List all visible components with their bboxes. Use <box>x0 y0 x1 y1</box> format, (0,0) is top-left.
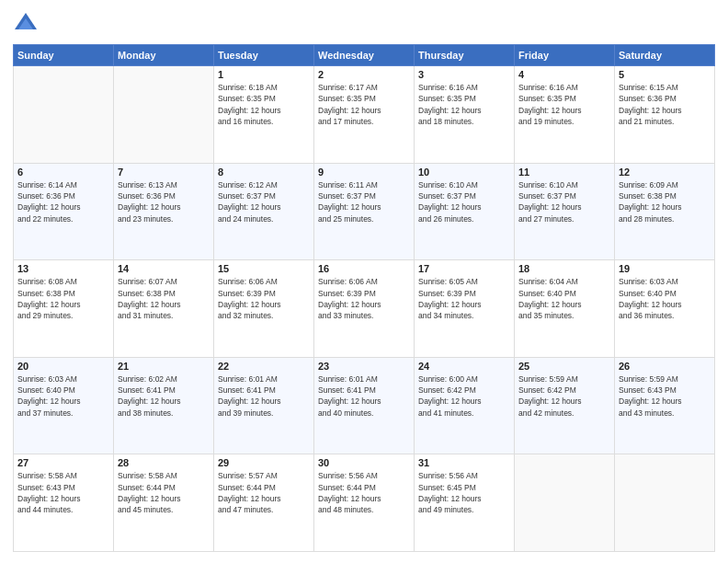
calendar-cell: 1Sunrise: 6:18 AM Sunset: 6:35 PM Daylig… <box>214 66 314 164</box>
calendar-day-header: Tuesday <box>214 45 314 66</box>
day-number: 6 <box>17 167 109 178</box>
cell-content: Sunrise: 6:11 AM Sunset: 6:37 PM Dayligh… <box>318 179 410 224</box>
calendar-cell: 31Sunrise: 5:56 AM Sunset: 6:45 PM Dayli… <box>415 454 515 552</box>
calendar-day-header: Friday <box>515 45 615 66</box>
day-number: 3 <box>418 69 510 80</box>
calendar-cell: 9Sunrise: 6:11 AM Sunset: 6:37 PM Daylig… <box>314 163 415 260</box>
cell-content: Sunrise: 5:58 AM Sunset: 6:43 PM Dayligh… <box>17 470 109 515</box>
calendar-cell: 8Sunrise: 6:12 AM Sunset: 6:37 PM Daylig… <box>214 163 314 260</box>
day-number: 2 <box>318 69 410 80</box>
day-number: 30 <box>318 457 410 468</box>
day-number: 10 <box>418 167 510 178</box>
day-number: 8 <box>218 167 310 178</box>
day-number: 16 <box>318 263 410 274</box>
cell-content: Sunrise: 5:56 AM Sunset: 6:45 PM Dayligh… <box>418 470 510 515</box>
calendar-cell: 30Sunrise: 5:56 AM Sunset: 6:44 PM Dayli… <box>314 454 415 552</box>
day-number: 15 <box>218 263 310 274</box>
cell-content: Sunrise: 6:14 AM Sunset: 6:36 PM Dayligh… <box>17 179 109 224</box>
day-number: 17 <box>418 263 510 274</box>
day-number: 11 <box>518 167 610 178</box>
calendar-cell <box>114 66 214 164</box>
calendar-cell: 29Sunrise: 5:57 AM Sunset: 6:44 PM Dayli… <box>214 454 314 552</box>
calendar-cell: 24Sunrise: 6:00 AM Sunset: 6:42 PM Dayli… <box>415 357 515 454</box>
calendar-cell: 23Sunrise: 6:01 AM Sunset: 6:41 PM Dayli… <box>314 357 415 454</box>
cell-content: Sunrise: 6:01 AM Sunset: 6:41 PM Dayligh… <box>318 373 410 419</box>
calendar-cell: 2Sunrise: 6:17 AM Sunset: 6:35 PM Daylig… <box>314 66 415 164</box>
calendar-cell: 5Sunrise: 6:15 AM Sunset: 6:36 PM Daylig… <box>615 66 715 164</box>
page: SundayMondayTuesdayWednesdayThursdayFrid… <box>0 0 728 563</box>
day-number: 21 <box>118 361 210 372</box>
day-number: 26 <box>619 361 711 372</box>
day-number: 22 <box>218 361 310 372</box>
cell-content: Sunrise: 6:00 AM Sunset: 6:42 PM Dayligh… <box>418 373 510 419</box>
calendar-cell <box>615 454 715 552</box>
cell-content: Sunrise: 6:04 AM Sunset: 6:40 PM Dayligh… <box>518 276 610 321</box>
calendar-header-row: SundayMondayTuesdayWednesdayThursdayFrid… <box>14 45 715 66</box>
day-number: 23 <box>318 361 410 372</box>
calendar-body: 1Sunrise: 6:18 AM Sunset: 6:35 PM Daylig… <box>14 66 715 552</box>
cell-content: Sunrise: 6:03 AM Sunset: 6:40 PM Dayligh… <box>17 373 109 419</box>
day-number: 9 <box>318 167 410 178</box>
day-number: 31 <box>418 457 510 468</box>
calendar-cell: 20Sunrise: 6:03 AM Sunset: 6:40 PM Dayli… <box>14 357 114 454</box>
day-number: 20 <box>17 361 109 372</box>
calendar-week-row: 20Sunrise: 6:03 AM Sunset: 6:40 PM Dayli… <box>14 357 715 454</box>
logo-icon <box>13 11 39 37</box>
cell-content: Sunrise: 6:09 AM Sunset: 6:38 PM Dayligh… <box>619 179 711 224</box>
calendar-week-row: 1Sunrise: 6:18 AM Sunset: 6:35 PM Daylig… <box>14 66 715 164</box>
cell-content: Sunrise: 6:08 AM Sunset: 6:38 PM Dayligh… <box>17 276 109 321</box>
day-number: 27 <box>17 457 109 468</box>
day-number: 1 <box>218 69 310 80</box>
calendar-cell: 21Sunrise: 6:02 AM Sunset: 6:41 PM Dayli… <box>114 357 214 454</box>
cell-content: Sunrise: 6:03 AM Sunset: 6:40 PM Dayligh… <box>619 276 711 321</box>
calendar-day-header: Thursday <box>415 45 515 66</box>
calendar-cell: 17Sunrise: 6:05 AM Sunset: 6:39 PM Dayli… <box>415 260 515 358</box>
cell-content: Sunrise: 6:02 AM Sunset: 6:41 PM Dayligh… <box>118 373 210 419</box>
header <box>13 11 715 37</box>
calendar-week-row: 13Sunrise: 6:08 AM Sunset: 6:38 PM Dayli… <box>14 260 715 358</box>
calendar-cell <box>515 454 615 552</box>
cell-content: Sunrise: 6:12 AM Sunset: 6:37 PM Dayligh… <box>218 179 310 224</box>
calendar-cell: 10Sunrise: 6:10 AM Sunset: 6:37 PM Dayli… <box>415 163 515 260</box>
calendar-cell: 6Sunrise: 6:14 AM Sunset: 6:36 PM Daylig… <box>14 163 114 260</box>
cell-content: Sunrise: 5:57 AM Sunset: 6:44 PM Dayligh… <box>218 470 310 515</box>
calendar-table: SundayMondayTuesdayWednesdayThursdayFrid… <box>13 44 715 552</box>
calendar-cell: 22Sunrise: 6:01 AM Sunset: 6:41 PM Dayli… <box>214 357 314 454</box>
calendar-cell: 26Sunrise: 5:59 AM Sunset: 6:43 PM Dayli… <box>615 357 715 454</box>
cell-content: Sunrise: 6:17 AM Sunset: 6:35 PM Dayligh… <box>318 82 410 127</box>
calendar-cell: 14Sunrise: 6:07 AM Sunset: 6:38 PM Dayli… <box>114 260 214 358</box>
day-number: 14 <box>118 263 210 274</box>
calendar-cell: 13Sunrise: 6:08 AM Sunset: 6:38 PM Dayli… <box>14 260 114 358</box>
day-number: 24 <box>418 361 510 372</box>
day-number: 5 <box>619 69 711 80</box>
calendar-cell: 3Sunrise: 6:16 AM Sunset: 6:35 PM Daylig… <box>415 66 515 164</box>
cell-content: Sunrise: 6:05 AM Sunset: 6:39 PM Dayligh… <box>418 276 510 321</box>
cell-content: Sunrise: 6:16 AM Sunset: 6:35 PM Dayligh… <box>418 82 510 127</box>
calendar-day-header: Saturday <box>615 45 715 66</box>
day-number: 7 <box>118 167 210 178</box>
day-number: 13 <box>17 263 109 274</box>
day-number: 4 <box>518 69 610 80</box>
calendar-cell: 28Sunrise: 5:58 AM Sunset: 6:44 PM Dayli… <box>114 454 214 552</box>
day-number: 12 <box>619 167 711 178</box>
cell-content: Sunrise: 6:13 AM Sunset: 6:36 PM Dayligh… <box>118 179 210 224</box>
cell-content: Sunrise: 6:01 AM Sunset: 6:41 PM Dayligh… <box>218 373 310 419</box>
calendar-cell: 11Sunrise: 6:10 AM Sunset: 6:37 PM Dayli… <box>515 163 615 260</box>
cell-content: Sunrise: 6:06 AM Sunset: 6:39 PM Dayligh… <box>218 276 310 321</box>
calendar-cell: 7Sunrise: 6:13 AM Sunset: 6:36 PM Daylig… <box>114 163 214 260</box>
day-number: 28 <box>118 457 210 468</box>
day-number: 29 <box>218 457 310 468</box>
calendar-cell: 18Sunrise: 6:04 AM Sunset: 6:40 PM Dayli… <box>515 260 615 358</box>
cell-content: Sunrise: 6:18 AM Sunset: 6:35 PM Dayligh… <box>218 82 310 127</box>
calendar-week-row: 27Sunrise: 5:58 AM Sunset: 6:43 PM Dayli… <box>14 454 715 552</box>
calendar-cell: 12Sunrise: 6:09 AM Sunset: 6:38 PM Dayli… <box>615 163 715 260</box>
cell-content: Sunrise: 5:56 AM Sunset: 6:44 PM Dayligh… <box>318 470 410 515</box>
cell-content: Sunrise: 6:16 AM Sunset: 6:35 PM Dayligh… <box>518 82 610 127</box>
calendar-day-header: Sunday <box>14 45 114 66</box>
day-number: 25 <box>518 361 610 372</box>
day-number: 18 <box>518 263 610 274</box>
cell-content: Sunrise: 6:07 AM Sunset: 6:38 PM Dayligh… <box>118 276 210 321</box>
calendar-cell: 4Sunrise: 6:16 AM Sunset: 6:35 PM Daylig… <box>515 66 615 164</box>
cell-content: Sunrise: 5:59 AM Sunset: 6:43 PM Dayligh… <box>619 373 711 419</box>
calendar-cell <box>14 66 114 164</box>
